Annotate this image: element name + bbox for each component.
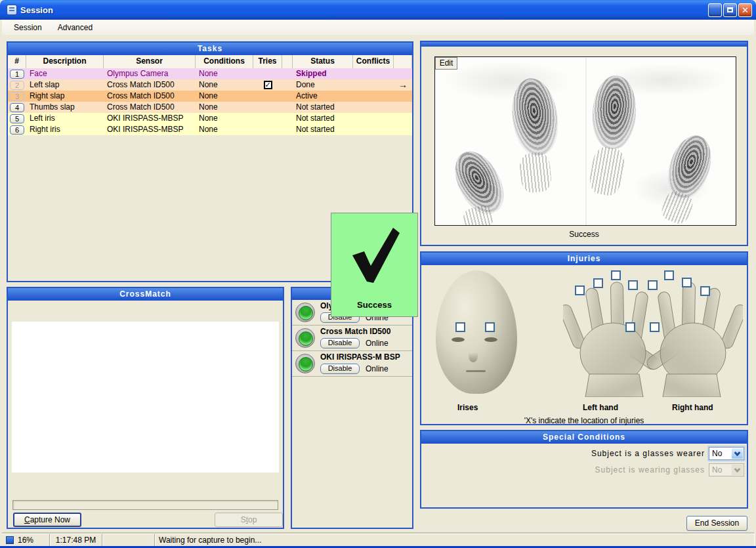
task-cell-spacer xyxy=(282,113,293,124)
injury-checkbox-right_hand[interactable] xyxy=(650,322,660,332)
progress-icon xyxy=(6,536,14,544)
task-cell-conditions: None xyxy=(196,91,253,102)
menu-session[interactable]: Session xyxy=(7,22,49,33)
task-cell-tries xyxy=(253,113,282,124)
injury-checkbox-left_hand[interactable] xyxy=(575,285,585,295)
task-cell-conditions: None xyxy=(196,113,253,124)
task-cell-tries xyxy=(253,124,282,135)
task-cell-trail xyxy=(394,113,412,124)
task-cell-tries xyxy=(253,102,282,113)
table-row[interactable]: 3Right slapCross Match ID500NoneActive xyxy=(8,91,412,102)
sensor-online-led-icon xyxy=(295,328,315,348)
capture-now-button[interactable]: Capture Now xyxy=(13,513,81,527)
injury-checkbox-left_hand[interactable] xyxy=(611,270,621,280)
tasks-panel-title: Tasks xyxy=(8,43,412,55)
task-cell-sensor: OKI IRISPASS-MBSP xyxy=(104,124,196,135)
task-cell-num: 1 xyxy=(8,68,26,79)
injury-checkbox-irises[interactable] xyxy=(485,322,495,332)
end-session-button[interactable]: End Session xyxy=(686,516,747,531)
task-cell-spacer xyxy=(282,124,293,135)
special-conditions-panel: Special Conditions Subject is a glasses … xyxy=(420,430,748,509)
task-cell-status: Not started xyxy=(293,102,353,113)
task-cell-description: Face xyxy=(26,68,104,79)
sensor-item: Cross Match ID500DisableOnline xyxy=(292,326,412,351)
row-number-button: 2 xyxy=(10,81,24,90)
column-header-num: # xyxy=(8,55,26,68)
column-header-spacer xyxy=(394,55,412,68)
task-cell-status: Active xyxy=(293,91,353,102)
task-cell-status: Not started xyxy=(293,113,353,124)
injuries-panel: Injuries xyxy=(420,251,748,425)
clock-time: 1:17:48 PM xyxy=(56,536,96,545)
injury-checkbox-left_hand[interactable] xyxy=(625,322,635,332)
task-cell-description: Thumbs slap xyxy=(26,102,104,113)
task-cell-conflicts xyxy=(353,68,394,79)
menu-bar: Session Advanced xyxy=(2,20,754,35)
task-cell-conflicts xyxy=(353,113,394,124)
sensor-online-led-icon xyxy=(295,354,315,373)
message-segment: Waiting for capture to begin... xyxy=(155,534,754,546)
sensor-status: Online xyxy=(366,339,388,348)
task-cell-description: Right slap xyxy=(26,91,104,102)
task-cell-spacer xyxy=(282,79,293,91)
crossmatch-preview-area xyxy=(12,322,279,473)
glasses-wearer-dropdown[interactable]: No xyxy=(709,447,744,460)
injuries-note: 'X's indicate the location of injuries xyxy=(421,416,747,425)
special-conditions-title: Special Conditions xyxy=(421,431,747,444)
image-split-line xyxy=(585,57,587,225)
task-cell-conditions: None xyxy=(196,79,253,91)
task-cell-conflicts xyxy=(353,79,394,91)
status-bar: 16% 1:17:48 PM Waiting for capture to be… xyxy=(2,534,754,546)
table-row[interactable]: 6Right irisOKI IRISPASS-MBSPNoneNot star… xyxy=(8,124,412,135)
injury-checkbox-right_hand[interactable] xyxy=(682,278,692,287)
maximize-button[interactable] xyxy=(723,3,737,17)
sensor-disable-button[interactable]: Disable xyxy=(320,364,360,374)
task-cell-status: Done xyxy=(293,79,353,91)
injury-checkbox-right_hand[interactable] xyxy=(648,280,658,290)
sensor-name: Cross Match ID500 xyxy=(320,327,390,336)
menu-advanced[interactable]: Advanced xyxy=(51,22,99,33)
injury-checkbox-irises[interactable] xyxy=(455,322,465,332)
capture-result-caption: Success xyxy=(421,230,747,239)
injury-checkbox-left_hand[interactable] xyxy=(628,280,638,290)
left-eye xyxy=(452,337,465,342)
right-hand-label: Right hand xyxy=(672,403,713,412)
task-cell-sensor: Cross Match ID500 xyxy=(104,91,196,102)
row-number-button[interactable]: 4 xyxy=(10,103,24,112)
tasks-rows: 1FaceOlympus CameraNoneSkipped2Left slap… xyxy=(8,68,412,135)
column-header-status: Status xyxy=(293,55,353,68)
injury-checkbox-left_hand[interactable] xyxy=(593,278,603,288)
task-cell-status: Not started xyxy=(293,124,353,135)
close-button[interactable]: ✕ xyxy=(738,3,752,17)
table-row[interactable]: 1FaceOlympus CameraNoneSkipped xyxy=(8,68,412,79)
injuries-panel-title: Injuries xyxy=(421,253,747,265)
column-header-tries: Tries xyxy=(253,55,282,68)
empty-segment xyxy=(102,534,155,546)
sensor-disable-button[interactable]: Disable xyxy=(320,338,360,348)
progress-percent: 16% xyxy=(18,536,33,545)
minimize-button[interactable]: _ xyxy=(708,3,722,17)
row-number-button[interactable]: 1 xyxy=(10,70,24,79)
edit-button[interactable]: Edit xyxy=(435,57,457,70)
task-cell-num: 2 xyxy=(8,79,26,91)
wearing-glasses-value: No xyxy=(712,465,722,474)
table-row[interactable]: 2Left slapCross Match ID500None✓Done→ xyxy=(8,79,412,91)
status-message: Waiting for capture to begin... xyxy=(159,536,261,545)
task-cell-status: Skipped xyxy=(293,68,353,79)
row-number-button[interactable]: 6 xyxy=(10,125,24,135)
row-number-button[interactable]: 5 xyxy=(10,114,24,123)
task-cell-sensor: Cross Match ID500 xyxy=(104,79,196,91)
injury-checkbox-right_hand[interactable] xyxy=(664,270,674,280)
app-window: Session _ ✕ Session Advanced Tasks # Des… xyxy=(0,0,756,548)
glasses-wearer-value: No xyxy=(712,449,722,458)
wearing-glasses-dropdown: No xyxy=(709,463,744,476)
chevron-down-icon[interactable] xyxy=(732,448,743,459)
conflict-arrow-icon: → xyxy=(398,79,408,91)
injury-checkbox-right_hand[interactable] xyxy=(700,286,710,296)
task-cell-num: 6 xyxy=(8,124,26,135)
table-row[interactable]: 5Left irisOKI IRISPASS-MBSPNoneNot start… xyxy=(8,113,412,124)
capture-preview-panel: Edit Success xyxy=(420,41,748,246)
table-row[interactable]: 4Thumbs slapCross Match ID500NoneNot sta… xyxy=(8,102,412,113)
tries-checkbox-icon[interactable]: ✓ xyxy=(264,81,272,89)
column-header-conflicts: Conflicts xyxy=(353,55,394,68)
